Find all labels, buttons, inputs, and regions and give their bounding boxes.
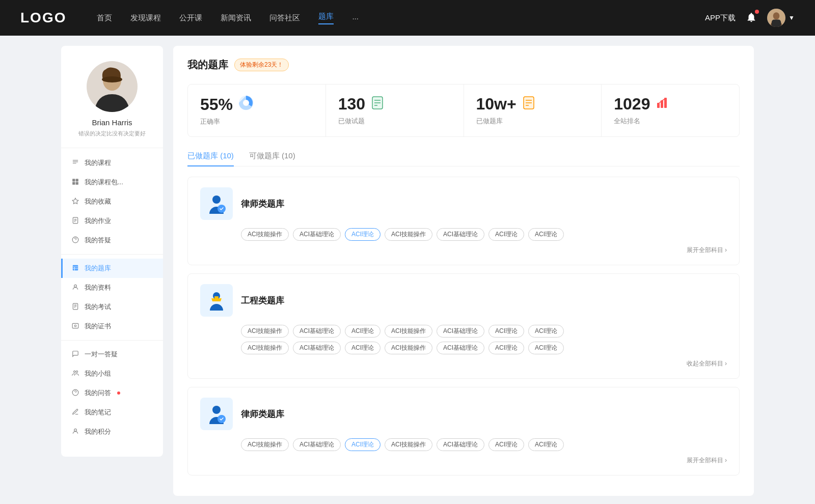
mypackage-icon (71, 178, 79, 187)
logo: LOGO (20, 10, 66, 26)
sidebar-item-homework[interactable]: 我的作业 (61, 211, 163, 231)
expand-link-1[interactable]: 收起全部科目 › (687, 359, 727, 368)
nav-opencourse[interactable]: 公开课 (179, 13, 202, 23)
sidebar-item-mycert[interactable]: 我的证书 (61, 317, 163, 336)
tag-1-r2-4[interactable]: ACI基础理论 (437, 342, 484, 354)
svg-marker-14 (72, 198, 78, 204)
stat-top-done-questions: 130 (338, 95, 451, 114)
qbank-item-0: 律师类题库 ACI技能操作 ACI基础理论 ACI理论 ACI技能操作 ACI基… (187, 177, 740, 265)
tag-1-r2-1[interactable]: ACI基础理论 (293, 342, 341, 354)
tag-1-1[interactable]: ACI基础理论 (293, 325, 341, 338)
sidebar-item-mypoints[interactable]: 我的积分 (61, 422, 163, 441)
tag-0-5[interactable]: ACI理论 (488, 228, 524, 241)
tag-1-r2-5[interactable]: ACI理论 (488, 342, 524, 354)
sidebar-label-oneone: 一对一答疑 (85, 350, 118, 359)
nav-qbank[interactable]: 题库 (318, 12, 334, 24)
navbar-right: APP下载 ▼ (705, 9, 795, 27)
sidebar-item-favorites[interactable]: 我的收藏 (61, 192, 163, 211)
svg-point-38 (243, 100, 249, 106)
sidebar-item-mycourse[interactable]: 我的课程 (61, 153, 163, 173)
tag-1-6[interactable]: ACI理论 (528, 325, 564, 338)
trial-badge: 体验剩余23天！ (234, 59, 289, 71)
main-content: 我的题库 体验剩余23天！ 55% 正确率 (173, 46, 754, 496)
tag-1-2[interactable]: ACI理论 (345, 325, 381, 338)
sidebar-label-mypackage: 我的课程包... (85, 178, 123, 187)
nav-discover[interactable]: 发现课程 (130, 13, 161, 23)
svg-point-6 (102, 76, 122, 82)
sidebar-item-mynote[interactable]: 我的笔记 (61, 403, 163, 422)
sidebar-item-mygroup[interactable]: 我的小组 (61, 364, 163, 383)
sidebar-label-homework: 我的作业 (85, 216, 111, 226)
nav-more[interactable]: ··· (352, 14, 359, 22)
app-download-button[interactable]: APP下载 (705, 13, 736, 23)
profile-name: Brian Harris (92, 118, 132, 127)
expand-link-2[interactable]: 展开全部科目 › (687, 456, 727, 465)
tag-0-2[interactable]: ACI理论 (345, 228, 381, 241)
qbank-title-0: 律师类题库 (241, 198, 284, 210)
tag-1-3[interactable]: ACI技能操作 (385, 325, 432, 338)
divider2 (61, 340, 163, 341)
nav-qa[interactable]: 问答社区 (269, 13, 300, 23)
svg-rect-12 (72, 182, 75, 184)
pie-chart-icon (238, 95, 254, 114)
sidebar-item-myanswer[interactable]: 我的问答 (61, 383, 163, 403)
svg-rect-3 (772, 20, 781, 27)
tag-1-0[interactable]: ACI技能操作 (241, 325, 289, 338)
navbar: LOGO 首页 发现课程 公开课 新闻资讯 问答社区 题库 ··· APP下载 (0, 0, 815, 36)
stat-accuracy: 55% 正确率 (188, 85, 326, 136)
stat-value-accuracy: 55% (200, 95, 233, 114)
tag-1-r2-6[interactable]: ACI理论 (528, 342, 564, 354)
tag-0-0[interactable]: ACI技能操作 (241, 228, 289, 241)
qbank-title-2: 律师类题库 (241, 408, 284, 420)
expand-link-0[interactable]: 展开全部科目 › (687, 246, 727, 255)
page-header: 我的题库 体验剩余23天！ (187, 58, 740, 72)
svg-rect-13 (76, 182, 78, 184)
tag-2-5[interactable]: ACI理论 (488, 438, 524, 451)
notification-bell[interactable] (746, 12, 757, 24)
tag-0-4[interactable]: ACI基础理论 (437, 228, 484, 241)
qbank-icon-engineer-1 (200, 284, 233, 317)
svg-rect-30 (72, 323, 78, 328)
sidebar-label-mynote: 我的笔记 (85, 408, 111, 417)
sidebar-item-mypackage[interactable]: 我的课程包... (61, 173, 163, 192)
notification-badge (755, 10, 759, 14)
nav-news[interactable]: 新闻资讯 (221, 13, 251, 23)
tag-1-r2-2[interactable]: ACI理论 (345, 342, 381, 354)
tag-2-3[interactable]: ACI技能操作 (385, 438, 432, 451)
tag-2-2[interactable]: ACI理论 (345, 438, 381, 451)
divider1 (61, 254, 163, 255)
tag-1-5[interactable]: ACI理论 (488, 325, 524, 338)
tag-2-0[interactable]: ACI技能操作 (241, 438, 289, 451)
profile-motto: 错误的决定比没有决定要好 (78, 130, 146, 137)
tab-available[interactable]: 可做题库 (10) (249, 151, 295, 166)
nav-home[interactable]: 首页 (97, 13, 112, 23)
tag-1-r2-3[interactable]: ACI技能操作 (385, 342, 432, 354)
qbank-icon (71, 264, 79, 273)
tag-1-4[interactable]: ACI基础理论 (437, 325, 484, 338)
stat-label-done-banks: 已做题库 (476, 117, 589, 126)
sidebar-label-qbank: 我的题库 (85, 264, 111, 273)
sidebar-item-qbank[interactable]: 我的题库 (61, 259, 163, 278)
tab-done[interactable]: 已做题库 (10) (187, 151, 234, 166)
tag-0-3[interactable]: ACI技能操作 (385, 228, 432, 241)
sidebar-item-myqa[interactable]: 我的答疑 (61, 231, 163, 250)
sidebar-item-myprofile[interactable]: 我的资料 (61, 278, 163, 297)
sidebar-item-oneone[interactable]: 一对一答疑 (61, 345, 163, 364)
sidebar-item-myexam[interactable]: 我的考试 (61, 297, 163, 317)
oneone-icon (71, 350, 79, 359)
tag-2-1[interactable]: ACI基础理论 (293, 438, 341, 451)
sidebar-label-mygroup: 我的小组 (85, 369, 111, 378)
sidebar-label-favorites: 我的收藏 (85, 197, 111, 206)
svg-point-32 (74, 371, 76, 373)
tag-2-6[interactable]: ACI理论 (528, 438, 564, 451)
svg-rect-21 (73, 265, 78, 270)
tag-0-1[interactable]: ACI基础理论 (293, 228, 341, 241)
svg-point-56 (212, 406, 221, 414)
doc-green-icon (370, 96, 385, 113)
stat-label-rank: 全站排名 (614, 117, 727, 126)
tag-2-4[interactable]: ACI基础理论 (437, 438, 484, 451)
qbank-header-0: 律师类题库 (200, 187, 727, 220)
tag-0-6[interactable]: ACI理论 (528, 228, 564, 241)
tag-1-r2-0[interactable]: ACI技能操作 (241, 342, 289, 354)
user-avatar-wrap[interactable]: ▼ (767, 9, 795, 27)
